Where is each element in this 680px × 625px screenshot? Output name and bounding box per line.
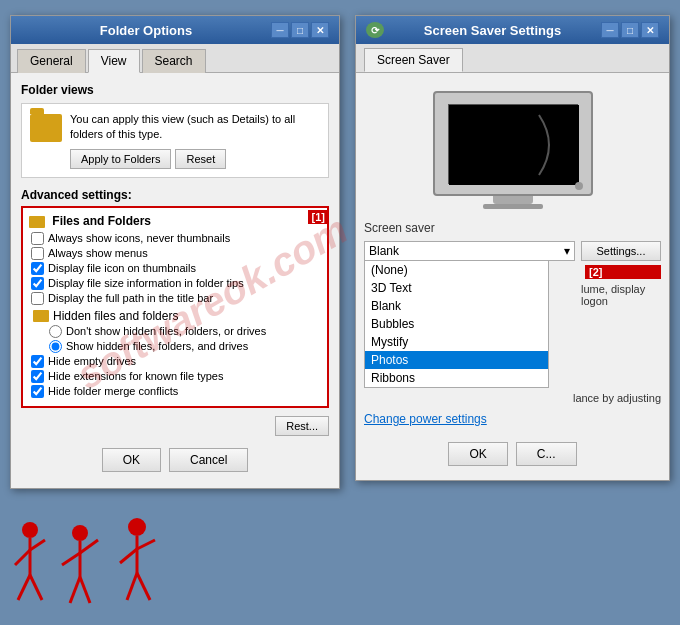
svg-line-12 [80, 577, 90, 603]
label-2: [2] [585, 265, 661, 279]
checkbox-hide-empty-drives-input[interactable] [31, 355, 44, 368]
label-1: [1] [308, 210, 329, 224]
ss-maximize-button[interactable]: □ [621, 22, 639, 38]
reset-button[interactable]: Reset [175, 149, 226, 169]
screensaver-dropdown-list: (None) 3D Text Blank Bubbles Mystify Pho… [364, 260, 549, 388]
folder-options-dialog-buttons: OK Cancel [21, 442, 329, 478]
folder-icon [30, 114, 62, 142]
screensaver-settings-button[interactable]: Settings... [581, 241, 661, 261]
hidden-files-section: Hidden files and folders Don't show hidd… [29, 309, 321, 353]
checkbox-always-show-menus-input[interactable] [31, 247, 44, 260]
folder-options-ok-button[interactable]: OK [102, 448, 161, 472]
tab-view[interactable]: View [88, 49, 140, 73]
checkbox-display-file-size-label: Display file size information in folder … [48, 277, 244, 289]
screensaver-tab-bar: Screen Saver [356, 44, 669, 73]
monitor-outer [433, 91, 593, 196]
folder-options-cancel-button[interactable]: Cancel [169, 448, 248, 472]
screensaver-icon: ⟳ [366, 22, 384, 38]
svg-line-18 [137, 573, 150, 600]
restore-defaults-row: Rest... [21, 416, 329, 436]
checkbox-display-file-size: Display file size information in folder … [29, 277, 321, 290]
checkbox-display-file-icon-input[interactable] [31, 262, 44, 275]
svg-line-9 [62, 553, 80, 565]
screensaver-dialog-buttons: OK C... [364, 436, 661, 472]
checkbox-hide-merge-conflicts: Hide folder merge conflicts [29, 385, 321, 398]
maximize-button[interactable]: □ [291, 22, 309, 38]
svg-rect-0 [449, 105, 579, 185]
checkbox-always-show-menus: Always show menus [29, 247, 321, 260]
hidden-files-folder-icon [33, 310, 49, 322]
dropdown-item-mystify[interactable]: Mystify [365, 333, 548, 351]
minimize-button[interactable]: ─ [271, 22, 289, 38]
dropdown-item-bubbles[interactable]: Bubbles [365, 315, 548, 333]
ss-close-button[interactable]: ✕ [641, 22, 659, 38]
svg-point-7 [72, 525, 88, 541]
screensaver-adjust-text: lance by adjusting [364, 392, 661, 404]
checkbox-hide-extensions-input[interactable] [31, 370, 44, 383]
checkbox-hide-merge-conflicts-label: Hide folder merge conflicts [48, 385, 178, 397]
folder-options-title: Folder Options [21, 23, 271, 38]
screensaver-dropdown-row: Blank ▾ (None) 3D Text Blank Bubbles Mys… [364, 241, 661, 388]
screensaver-window: ⟳ Screen Saver Settings ─ □ ✕ Screen Sav… [355, 15, 670, 481]
ss-minimize-button[interactable]: ─ [601, 22, 619, 38]
svg-line-5 [18, 575, 30, 600]
folder-options-content: Folder views You can apply this view (su… [11, 73, 339, 488]
screensaver-label: Screen saver [364, 221, 435, 235]
checkbox-hide-extensions-label: Hide extensions for known file types [48, 370, 223, 382]
dropdown-item-ribbons[interactable]: Ribbons [365, 369, 548, 387]
dropdown-chevron-icon: ▾ [564, 244, 570, 258]
folder-views-buttons: Apply to Folders Reset [70, 149, 320, 169]
checkbox-always-show-icons-label: Always show icons, never thumbnails [48, 232, 230, 244]
folder-views-label: Folder views [21, 83, 329, 97]
screensaver-select-display[interactable]: Blank ▾ [364, 241, 575, 261]
svg-line-11 [70, 577, 80, 603]
checkbox-hide-empty-drives-label: Hide empty drives [48, 355, 136, 367]
screensaver-content: Screen saver Blank ▾ (None) 3D Text Blan… [356, 73, 669, 480]
close-button[interactable]: ✕ [311, 22, 329, 38]
svg-line-4 [30, 540, 45, 550]
radio-dont-show-label: Don't show hidden files, folders, or dri… [66, 325, 266, 337]
dropdown-item-photos[interactable]: Photos [365, 351, 548, 369]
screensaver-cancel-button[interactable]: C... [516, 442, 577, 466]
screensaver-right-controls: Settings... [2] lume, display logon [581, 241, 661, 307]
tab-search[interactable]: Search [142, 49, 206, 73]
checkbox-display-file-size-input[interactable] [31, 277, 44, 290]
svg-line-6 [30, 575, 42, 600]
checkbox-display-full-path-label: Display the full path in the title bar [48, 292, 213, 304]
dropdown-item-blank[interactable]: Blank [365, 297, 548, 315]
apply-to-folders-button[interactable]: Apply to Folders [70, 149, 171, 169]
radio-dont-show-input[interactable] [49, 325, 62, 338]
screensaver-select-row: Screen saver [364, 221, 661, 235]
dropdown-item-none[interactable]: (None) [365, 261, 548, 279]
titlebar-controls: ─ □ ✕ [271, 22, 329, 38]
hidden-files-header-row: Hidden files and folders [29, 309, 321, 323]
checkbox-hide-merge-conflicts-input[interactable] [31, 385, 44, 398]
restore-defaults-button[interactable]: Rest... [275, 416, 329, 436]
folder-options-window: Folder Options ─ □ ✕ General View Search… [10, 15, 340, 489]
monitor-base [483, 204, 543, 209]
checkbox-hide-extensions: Hide extensions for known file types [29, 370, 321, 383]
monitor-stand [493, 196, 533, 204]
folder-views-description: You can apply this view (such as Details… [70, 112, 320, 143]
hidden-files-header: Hidden files and folders [53, 309, 178, 323]
power-settings-row: Change power settings [364, 412, 661, 426]
screensaver-title: Screen Saver Settings [384, 23, 601, 38]
radio-show-hidden-input[interactable] [49, 340, 62, 353]
dropdown-item-3dtext[interactable]: 3D Text [365, 279, 548, 297]
change-power-settings-link[interactable]: Change power settings [364, 412, 487, 426]
checkbox-display-full-path: Display the full path in the title bar [29, 292, 321, 305]
screensaver-ok-button[interactable]: OK [448, 442, 507, 466]
checkbox-display-full-path-input[interactable] [31, 292, 44, 305]
tab-screen-saver[interactable]: Screen Saver [364, 48, 463, 72]
tab-general[interactable]: General [17, 49, 86, 73]
folder-options-titlebar: Folder Options ─ □ ✕ [11, 16, 339, 44]
screen-content-svg [449, 105, 579, 185]
checkbox-always-show-icons-input[interactable] [31, 232, 44, 245]
checkbox-display-file-icon: Display file icon on thumbnails [29, 262, 321, 275]
radio-show-hidden: Show hidden files, folders, and drives [29, 340, 321, 353]
screensaver-selected-value: Blank [369, 244, 399, 258]
svg-line-15 [120, 549, 137, 563]
folder-views-box: You can apply this view (such as Details… [21, 103, 329, 178]
checkbox-always-show-icons: Always show icons, never thumbnails [29, 232, 321, 245]
advanced-settings-section: [1] Files and Folders Always show icons,… [21, 206, 329, 408]
